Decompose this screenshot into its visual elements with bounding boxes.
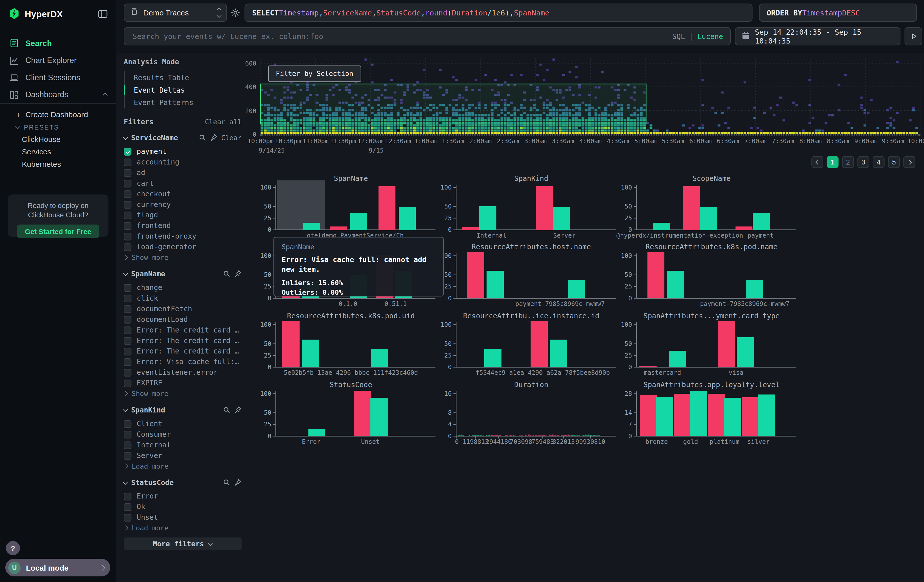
pagination-next-button[interactable]	[903, 156, 915, 168]
pin-icon[interactable]	[210, 134, 218, 142]
chevron-down-icon[interactable]	[123, 480, 127, 484]
chart-plot[interactable]: 02550100	[260, 185, 441, 232]
checkbox[interactable]	[124, 222, 131, 229]
chart-plot[interactable]: 02550100	[621, 322, 802, 369]
filter-option-click[interactable]: click	[124, 293, 242, 303]
pagination-page-5[interactable]: 5	[888, 156, 900, 168]
date-range-picker[interactable]: Sep 14 22:04:35 - Sep 15 10:04:35	[735, 27, 900, 45]
language-toggle[interactable]: SQL | Lucene	[672, 32, 723, 41]
get-started-button[interactable]: Get Started for Free	[17, 224, 99, 238]
checkbox[interactable]	[124, 358, 131, 366]
checkbox[interactable]	[124, 326, 131, 334]
filter-option-internal[interactable]: Internal	[124, 440, 242, 450]
checkbox[interactable]	[124, 294, 131, 302]
load-more-statuscode[interactable]: Load more	[124, 523, 242, 533]
heatmap-selection-box[interactable]	[260, 84, 647, 124]
chart-plot[interactable]: 02550100	[441, 322, 621, 369]
filter-option-client[interactable]: Client	[124, 419, 242, 429]
pagination-page-2[interactable]: 2	[842, 156, 854, 168]
checkbox[interactable]	[124, 190, 131, 198]
pin-icon[interactable]	[234, 270, 242, 278]
filter-option-consumer[interactable]: Consumer	[124, 429, 242, 440]
filter-option-eventlistener-error[interactable]: eventListener.error	[124, 367, 242, 378]
filter-option-unset[interactable]: Unset	[124, 512, 242, 523]
chart-plot[interactable]: 04816	[441, 391, 621, 439]
checkbox[interactable]	[124, 243, 131, 251]
pin-icon[interactable]	[234, 478, 242, 486]
chart-plot[interactable]: 02550100	[260, 322, 441, 369]
filter-option-error[interactable]: Error	[124, 491, 242, 501]
pagination-page-3[interactable]: 3	[858, 156, 870, 168]
chart-plot[interactable]: 02550100	[441, 185, 621, 232]
filter-option-error-visa-cache-full[interactable]: Error: Visa cache full: …	[124, 356, 242, 367]
chevron-down-icon[interactable]	[123, 271, 127, 275]
checkbox[interactable]	[124, 158, 131, 166]
show-more-spanname[interactable]: Show more	[124, 388, 242, 399]
filter-option-ad[interactable]: ad	[124, 167, 242, 178]
filter-option-checkout[interactable]: checkout	[124, 188, 242, 199]
checkbox[interactable]	[124, 503, 131, 511]
load-more-spankind[interactable]: Load more	[124, 461, 242, 471]
checkbox[interactable]	[124, 305, 131, 313]
filter-option-error-the-credit-card[interactable]: Error: The credit card (…	[124, 325, 242, 335]
sidebar-subitem-clickhouse[interactable]: ClickHouse	[0, 133, 116, 145]
chart-plot[interactable]: 02550100	[260, 391, 441, 439]
gear-icon[interactable]	[231, 8, 241, 18]
sidebar-collapse-icon[interactable]	[98, 9, 108, 18]
filter-option-payment[interactable]: payment	[124, 146, 242, 157]
checkbox[interactable]	[124, 514, 131, 521]
checkbox[interactable]	[124, 452, 131, 459]
sidebar-item-chart-explorer[interactable]: Chart Explorer	[0, 52, 116, 69]
run-query-button[interactable]	[904, 27, 922, 45]
checkbox[interactable]	[124, 337, 131, 345]
sidebar-item-dashboards[interactable]: Dashboards	[0, 86, 116, 103]
source-select[interactable]: Demo Traces	[124, 3, 227, 22]
clear-all-button[interactable]: Clear all	[205, 118, 242, 126]
sidebar-subitem-create-dashboard[interactable]: +Create Dashboard	[0, 109, 116, 121]
pagination-page-4[interactable]: 4	[873, 156, 884, 168]
filter-option-change[interactable]: change	[124, 282, 242, 293]
search-icon[interactable]	[223, 478, 230, 486]
checkbox[interactable]	[124, 430, 131, 438]
analysis-mode-results-table[interactable]: Results Table	[125, 71, 242, 84]
filter-option-expire[interactable]: EXPIRE	[124, 378, 242, 388]
checkbox[interactable]	[124, 420, 131, 427]
search-icon[interactable]	[223, 270, 230, 278]
search-icon[interactable]	[199, 134, 206, 142]
checkbox[interactable]	[124, 148, 131, 155]
filter-option-accounting[interactable]: accounting	[124, 157, 242, 168]
filter-option-documentfetch[interactable]: documentFetch	[124, 303, 242, 314]
local-mode-button[interactable]: U Local mode	[5, 559, 110, 576]
show-more-servicename[interactable]: Show more	[124, 252, 242, 262]
sidebar-subitem-services[interactable]: Services	[0, 145, 116, 158]
filter-option-frontend[interactable]: frontend	[124, 220, 242, 231]
pagination-prev-button[interactable]	[812, 156, 823, 168]
filter-option-server[interactable]: Server	[124, 450, 242, 461]
search-icon[interactable]	[223, 406, 230, 414]
sidebar-subitem-presets[interactable]: PRESETS	[0, 121, 116, 133]
checkbox[interactable]	[124, 441, 131, 448]
filter-option-error-the-credit-card[interactable]: Error: The credit card (…	[124, 346, 242, 356]
checkbox[interactable]	[124, 232, 131, 240]
checkbox[interactable]	[124, 169, 131, 176]
filter-option-load-generator[interactable]: load-generator	[124, 242, 242, 252]
checkbox[interactable]	[124, 379, 131, 387]
checkbox[interactable]	[124, 201, 131, 208]
checkbox[interactable]	[124, 315, 131, 323]
sql-toggle[interactable]: SQL	[672, 32, 685, 41]
chart-plot[interactable]: 02550100	[441, 254, 621, 301]
filter-by-selection-button[interactable]: Filter by Selection	[268, 66, 361, 82]
more-filters-button[interactable]: More filters	[124, 537, 242, 550]
sidebar-subitem-kubernetes[interactable]: Kubernetes	[0, 158, 116, 170]
sidebar-item-search[interactable]: Search	[0, 34, 116, 52]
help-button[interactable]: ?	[6, 541, 20, 555]
filter-option-error-the-credit-card[interactable]: Error: The credit card (…	[124, 335, 242, 346]
analysis-mode-event-patterns[interactable]: Event Patterns	[125, 96, 242, 109]
pin-icon[interactable]	[234, 406, 242, 414]
search-input[interactable]	[131, 31, 667, 41]
chart-plot[interactable]: 02550100	[621, 254, 802, 301]
checkbox[interactable]	[124, 348, 131, 355]
lucene-toggle[interactable]: Lucene	[698, 32, 723, 41]
chart-plot[interactable]: 02550100	[621, 185, 802, 232]
checkbox[interactable]	[124, 180, 131, 187]
